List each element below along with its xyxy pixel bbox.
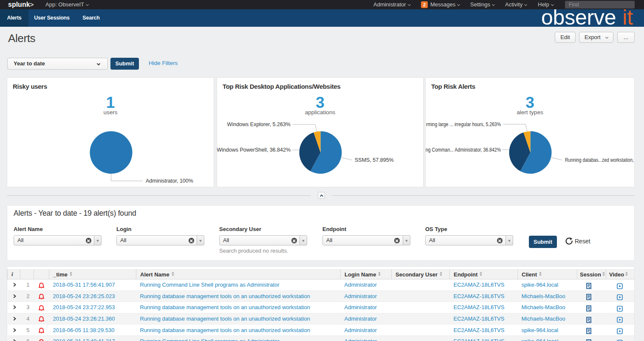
svg-text:rming large ... irregular hour: rming large ... irregular hours, 5.263% [426,121,501,127]
svg-text:Administrator, 100%: Administrator, 100% [146,178,193,184]
svg-text:ng Comman... Administrator, 36: ng Comman... Administrator, 36.842% [426,147,501,153]
svg-text:Windows Explorer, 5.263%: Windows Explorer, 5.263% [227,121,291,127]
svg-text:Windows PowerShell, 36.842%: Windows PowerShell, 36.842% [217,147,291,153]
svg-text:Running databas...zed workstat: Running databas...zed workstation, [565,157,634,163]
svg-text:SSMS, 57.895%: SSMS, 57.895% [355,157,394,163]
